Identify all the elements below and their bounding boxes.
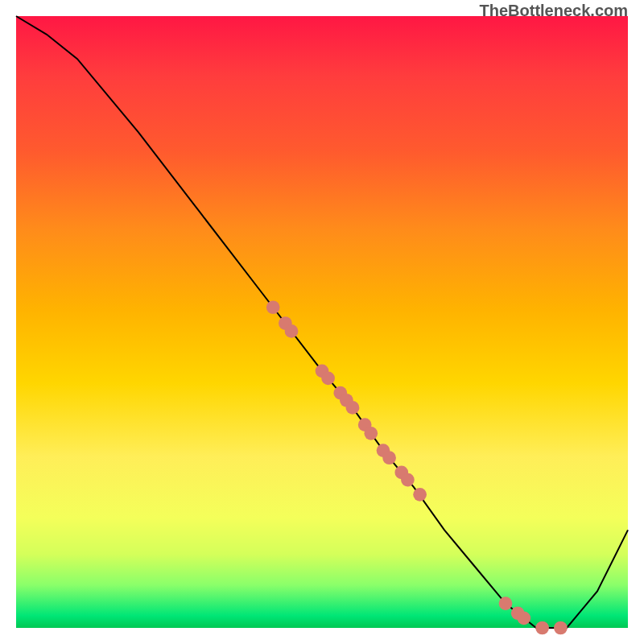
watermark-text: TheBottleneck.com <box>480 2 628 20</box>
chart-container: TheBottleneck.com <box>0 0 644 644</box>
curve-dot <box>321 372 335 386</box>
curve-dot <box>285 324 299 338</box>
curve-dot <box>554 621 568 635</box>
chart-overlay-svg <box>16 16 628 628</box>
curve-dot <box>266 300 280 314</box>
curve-dot <box>364 427 378 440</box>
curve-dot <box>382 451 396 464</box>
curve-dot <box>517 611 530 625</box>
bottleneck-curve <box>16 16 628 628</box>
curve-dot <box>535 621 549 635</box>
curve-dot <box>346 401 360 415</box>
curve-dot <box>499 597 513 610</box>
curve-dot <box>401 473 415 487</box>
curve-dots-group <box>266 300 568 634</box>
curve-dot <box>413 488 427 502</box>
